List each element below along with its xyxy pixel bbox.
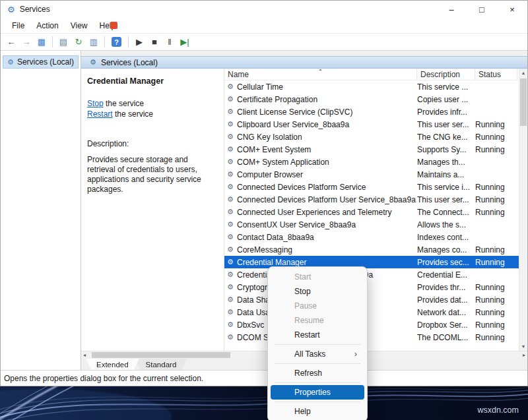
tab-extended[interactable]: Extended <box>86 359 139 370</box>
help-icon[interactable]: ? <box>112 37 121 47</box>
service-status: Running <box>475 208 515 217</box>
service-row-description: Provides infr... <box>417 107 475 117</box>
service-row[interactable]: ⚙Connected Devices Platform User Service… <box>224 193 527 206</box>
service-row[interactable]: ⚙Contact Data_8baa9aIndexes cont... <box>224 231 527 243</box>
menu-action[interactable]: Action <box>30 19 64 32</box>
service-row-description: The DCOML... <box>417 333 475 342</box>
context-menu: StartStopPauseResumeRestartAll Tasks›Ref… <box>267 266 368 420</box>
services-window: ⚙ Services – □ × FileActionViewHelp ←→▦▤… <box>0 0 528 386</box>
stop-service-link[interactable]: Stop <box>87 99 104 108</box>
tree-item-label: Services (Local) <box>17 57 74 67</box>
column-header-description[interactable]: Description <box>417 69 475 80</box>
pause-service-icon[interactable]: ‖ <box>162 36 177 49</box>
start-service-icon[interactable]: ▶ <box>132 36 147 49</box>
service-row-description: Allows the s... <box>417 220 475 229</box>
content-spacer <box>81 51 527 56</box>
scroll-left-icon[interactable]: ◂ <box>83 352 86 358</box>
service-status: Running <box>475 295 515 305</box>
service-row-description: Indexes cont... <box>417 233 475 242</box>
service-row-description: Supports Sy... <box>417 145 475 154</box>
console-tree-panel: ⚙ Services (Local) <box>1 51 81 370</box>
service-gear-icon: ⚙ <box>227 170 237 179</box>
service-gear-icon: ⚙ <box>227 107 237 116</box>
service-row[interactable]: ⚙Computer BrowserMaintains a... <box>224 168 527 181</box>
menu-item-label: Refresh <box>294 369 322 378</box>
refresh-icon[interactable]: ↻ <box>71 36 86 49</box>
scroll-down-icon[interactable]: ▼ <box>519 344 527 349</box>
service-gear-icon: ⚙ <box>227 270 237 279</box>
vertical-scrollbar[interactable]: ▲ ▼ <box>519 69 527 351</box>
service-name: CNG Key Isolation <box>237 133 417 142</box>
minimize-button[interactable]: – <box>436 1 467 18</box>
menu-separator <box>275 402 360 402</box>
service-status: Running <box>475 333 515 342</box>
service-gear-icon: ⚙ <box>227 95 237 104</box>
service-row[interactable]: ⚙COM+ Event SystemSupports Sy...Running <box>224 143 527 156</box>
context-menu-item-refresh[interactable]: Refresh <box>271 366 364 380</box>
service-row[interactable]: ⚙Cellular TimeThis service ... <box>224 80 527 93</box>
service-action-text: the service <box>104 99 144 108</box>
horizontal-scrollbar-thumb[interactable] <box>92 352 230 358</box>
console-root-icon: ⚙ <box>7 58 14 67</box>
service-status: Running <box>475 245 515 255</box>
menu-item-label: Stop <box>294 287 311 296</box>
service-gear-icon: ⚙ <box>227 295 237 304</box>
service-row-description: This user ser... <box>417 120 475 129</box>
context-menu-item-all-tasks[interactable]: All Tasks› <box>271 347 364 361</box>
service-row-description: Manages co... <box>417 245 475 255</box>
context-menu-item-restart[interactable]: Restart <box>271 328 364 342</box>
column-header-status[interactable]: Status <box>475 69 517 80</box>
service-row[interactable]: ⚙Connected User Experiences and Telemetr… <box>224 206 527 218</box>
service-row[interactable]: ⚙Certificate PropagationCopies user ... <box>224 93 527 105</box>
properties-icon[interactable]: ▤ <box>56 36 71 49</box>
service-row[interactable]: ⚙Connected Devices Platform ServiceThis … <box>224 181 527 193</box>
service-row[interactable]: ⚙COM+ System ApplicationManages th... <box>224 156 527 168</box>
red-marker-icon <box>110 22 117 29</box>
menu-file[interactable]: File <box>6 19 30 32</box>
titlebar[interactable]: ⚙ Services – □ × <box>1 1 527 18</box>
service-gear-icon: ⚙ <box>227 233 237 241</box>
service-status: Running <box>475 195 515 204</box>
close-button[interactable]: × <box>497 1 527 18</box>
service-row[interactable]: ⚙ConsentUX User Service_8baa9aAllows the… <box>224 218 527 231</box>
service-gear-icon: ⚙ <box>227 133 237 141</box>
service-row[interactable]: ⚙CoreMessagingManages co...Running <box>224 243 527 256</box>
service-row[interactable]: ⚙Client License Service (ClipSVC)Provide… <box>224 105 527 118</box>
service-row-description: This service i... <box>417 183 475 192</box>
context-menu-item-properties[interactable]: Properties <box>271 385 364 400</box>
menu-item-label: Start <box>294 272 311 282</box>
service-row-description: Dropbox Ser... <box>417 320 475 330</box>
restart-service-icon[interactable]: ▶| <box>178 36 192 49</box>
service-status: Running <box>475 133 515 142</box>
service-gear-icon: ⚙ <box>227 82 237 91</box>
show-console-tree-icon[interactable]: ▦ <box>34 36 49 49</box>
tab-standard[interactable]: Standard <box>135 359 187 370</box>
stop-service-icon[interactable]: ■ <box>147 36 162 49</box>
menu-view[interactable]: View <box>65 19 94 32</box>
maximize-button[interactable]: □ <box>467 1 497 18</box>
context-menu-item-stop[interactable]: Stop <box>271 284 364 299</box>
back-icon[interactable]: ← <box>4 36 18 49</box>
service-name: Connected Devices Platform Service <box>237 183 417 192</box>
service-status: Running <box>475 320 515 330</box>
service-name: ConsentUX User Service_8baa9a <box>237 220 417 229</box>
scroll-up-icon[interactable]: ▲ <box>519 71 527 75</box>
restart-service-link[interactable]: Restart <box>87 109 113 119</box>
service-name: CoreMessaging <box>237 245 417 255</box>
scroll-right-icon[interactable]: ▸ <box>523 352 525 358</box>
export-list-icon[interactable]: ▥ <box>86 36 101 49</box>
content-header: ⚙ Services (Local) <box>81 56 527 69</box>
service-name: Clipboard User Service_8baa9a <box>237 120 417 129</box>
tree-item-services-local[interactable]: ⚙ Services (Local) <box>3 55 79 69</box>
context-menu-item-help[interactable]: Help <box>271 404 364 419</box>
toolbar-separator <box>52 36 53 47</box>
toolbar: ←→▦▤↻▥?▶■‖▶| <box>1 34 527 51</box>
service-gear-icon: ⚙ <box>227 158 237 166</box>
column-header-name[interactable]: Name▲ <box>224 69 417 80</box>
service-row[interactable]: ⚙CNG Key IsolationThe CNG ke...Running <box>224 131 527 143</box>
service-status: Running <box>475 145 515 154</box>
vertical-scrollbar-thumb[interactable] <box>520 78 527 126</box>
forward-icon[interactable]: → <box>19 36 34 49</box>
service-name: Cellular Time <box>237 82 417 92</box>
service-row[interactable]: ⚙Clipboard User Service_8baa9aThis user … <box>224 118 527 131</box>
